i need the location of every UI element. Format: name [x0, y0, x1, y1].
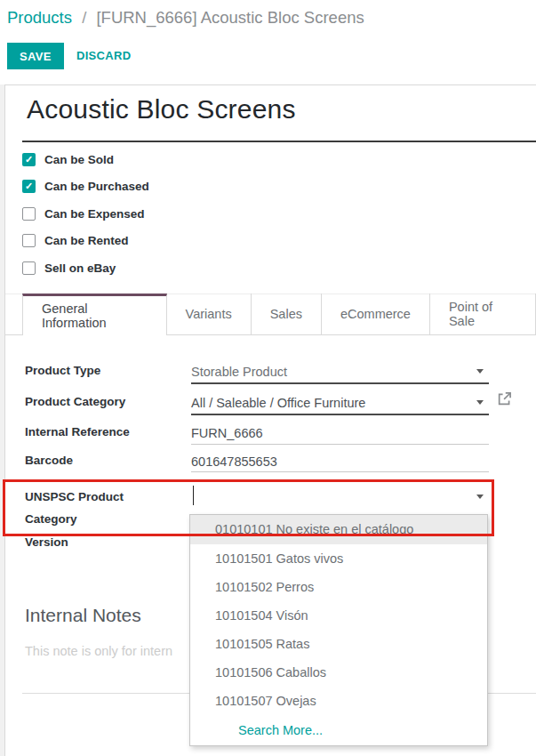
save-button[interactable]: SAVE: [7, 43, 64, 69]
checkbox-can-be-expensed[interactable]: [22, 207, 36, 221]
field-row-barcode: Barcode 601647855653: [25, 451, 536, 472]
checkbox-label: Can be Sold: [44, 153, 114, 166]
unspsc-category-input[interactable]: [191, 484, 489, 509]
field-label: Product Category: [25, 395, 180, 408]
dropdown-option[interactable]: 10101505 Ratas: [190, 630, 487, 658]
checkbox-row: ✓ Can be Purchased: [22, 179, 149, 193]
notebook-tabs: General Information Variants Sales eComm…: [5, 294, 536, 335]
field-label: Version: [25, 535, 180, 549]
product-category-select[interactable]: All / Saleable / Office Furniture: [191, 390, 489, 415]
tab-ecommerce[interactable]: eCommerce: [322, 294, 430, 334]
checkbox-label: Can be Expensed: [44, 207, 145, 221]
field-row-internal-reference: Internal Reference FURN_6666: [25, 422, 536, 445]
breadcrumb-current: [FURN_6666] Acoustic Bloc Screens: [96, 8, 364, 27]
discard-button[interactable]: DISCARD: [76, 49, 131, 62]
field-label: Internal Reference: [25, 425, 180, 438]
text-cursor: [193, 486, 194, 505]
chevron-down-icon: [476, 400, 484, 405]
field-row-product-category: Product Category All / Saleable / Office…: [25, 390, 536, 415]
tab-general-information[interactable]: General Information: [22, 294, 167, 335]
internal-notes-textarea[interactable]: This note is only for intern: [25, 644, 172, 658]
field-row-product-type: Product Type Storable Product: [25, 359, 536, 384]
search-more-option[interactable]: Search More...: [190, 715, 487, 745]
dropdown-option[interactable]: 10101504 Visón: [190, 601, 487, 630]
dropdown-option[interactable]: 10101501 Gatos vivos: [190, 544, 487, 573]
product-title-input[interactable]: Acoustic Bloc Screens: [27, 94, 296, 125]
checkbox-can-be-sold[interactable]: ✓: [22, 153, 36, 166]
title-underline: [22, 141, 536, 142]
product-type-select[interactable]: Storable Product: [191, 359, 489, 384]
checkbox-row: Sell on eBay: [22, 261, 116, 275]
checkbox-can-be-purchased[interactable]: ✓: [22, 180, 36, 193]
check-icon: ✓: [25, 155, 33, 165]
select-value: All / Saleable / Office Furniture: [191, 396, 365, 410]
tab-point-of-sale[interactable]: Point of Sale: [430, 294, 536, 334]
dropdown-option[interactable]: 10101507 Ovejas: [190, 687, 487, 715]
dropdown-option[interactable]: 01010101 No existe en el catálogo: [190, 515, 487, 544]
dropdown-option[interactable]: 10101506 Caballos: [190, 658, 487, 687]
checkbox-sell-on-ebay[interactable]: [22, 261, 36, 275]
unspsc-autocomplete-dropdown: 01010101 No existe en el catálogo 101015…: [189, 514, 488, 746]
external-link-icon[interactable]: [497, 391, 512, 406]
internal-reference-input[interactable]: FURN_6666: [191, 422, 489, 445]
checkbox-row: Can be Rented: [22, 233, 129, 247]
dropdown-option[interactable]: 10101502 Perros: [190, 573, 487, 601]
breadcrumb: Products / [FURN_6666] Acoustic Bloc Scr…: [7, 8, 364, 28]
field-label: UNSPSC Product Category: [25, 486, 127, 530]
checkbox-label: Sell on eBay: [44, 261, 116, 275]
field-label: Product Type: [25, 364, 180, 377]
barcode-input[interactable]: 601647855653: [191, 451, 489, 472]
tab-variants[interactable]: Variants: [167, 294, 252, 334]
checkbox-row: ✓ Can be Sold: [22, 152, 114, 166]
odoo-product-form: Products / [FURN_6666] Acoustic Bloc Scr…: [0, 0, 536, 756]
tab-sales[interactable]: Sales: [252, 294, 322, 334]
breadcrumb-separator: /: [76, 8, 92, 27]
chevron-down-icon: [476, 369, 484, 374]
chevron-down-icon: [476, 495, 484, 499]
checkbox-row: Can be Expensed: [22, 206, 145, 221]
checkbox-can-be-rented[interactable]: [22, 234, 36, 247]
internal-notes-heading: Internal Notes: [25, 605, 141, 626]
checkbox-label: Can be Purchased: [44, 180, 149, 193]
select-value: Storable Product: [191, 365, 287, 379]
checkbox-label: Can be Rented: [44, 234, 129, 247]
field-label: Barcode: [25, 454, 180, 467]
check-icon: ✓: [25, 181, 33, 191]
breadcrumb-products-link[interactable]: Products: [7, 8, 72, 27]
